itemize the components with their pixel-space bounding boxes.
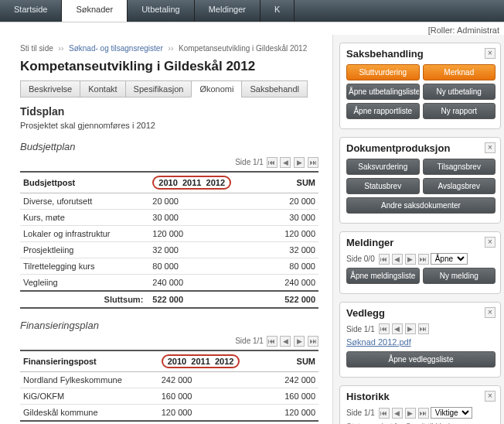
row-sum: 30 000 xyxy=(267,210,318,226)
collapse-icon[interactable]: × xyxy=(485,307,495,318)
pager-prev-icon[interactable]: ◀ xyxy=(280,157,291,168)
total-label: Sluttsum: xyxy=(20,291,149,308)
panel-vedlegg: × Vedlegg Side 1/1 ⏮ ◀ ▶ ⏭ Søknad 2012.p… xyxy=(339,302,501,378)
year-2011: 2011 xyxy=(182,178,201,187)
total-2010: 522 000 xyxy=(149,291,267,308)
pager-last-icon[interactable]: ⏭ xyxy=(308,157,318,168)
breadcrumb-sep-icon: ›› xyxy=(59,44,64,53)
row-sum: 120 000 xyxy=(267,226,318,242)
budsjett-total-row: Sluttsum: 522 000 522 000 xyxy=(20,291,318,308)
pager-last-icon[interactable]: ⏭ xyxy=(418,254,429,265)
tidsplan-heading: Tidsplan xyxy=(20,105,318,118)
main-content: Sti til side ›› Søknad- og tilsagnsregis… xyxy=(0,35,332,424)
row-label: Tilrettelegging kurs xyxy=(20,258,149,275)
btn-tilsagnsbrev[interactable]: Tilsagnsbrev xyxy=(423,159,496,175)
budsjett-pager: Side 1/1 ⏮ ◀ ▶ ⏭ xyxy=(20,157,318,168)
pager-first-icon[interactable]: ⏮ xyxy=(267,336,278,347)
pager-next-icon[interactable]: ▶ xyxy=(405,323,416,334)
year-2010: 2010 xyxy=(168,357,186,366)
pager-label: Side 1/1 xyxy=(346,325,375,333)
vedlegg-file-link[interactable]: Søknad 2012.pdf xyxy=(346,337,411,347)
pager-prev-icon[interactable]: ◀ xyxy=(392,323,403,334)
btn-sluttvurdering[interactable]: Sluttvurdering xyxy=(346,64,420,80)
btn-apne-meldingsliste[interactable]: Åpne meldingsliste xyxy=(346,268,420,284)
col-sum: SUM xyxy=(270,350,318,372)
table-row: Gildeskål kommune120 000120 000 xyxy=(20,405,318,422)
nav-soknader[interactable]: Søknader xyxy=(62,0,128,22)
historikk-filter-select[interactable]: Viktige xyxy=(431,407,472,419)
pager-next-icon[interactable]: ▶ xyxy=(294,157,305,168)
tab-saksbehandling[interactable]: Saksbehandl xyxy=(241,80,308,97)
tab-okonomi[interactable]: Økonomi xyxy=(191,80,242,97)
col-years: 2010 2011 2012 xyxy=(158,350,270,372)
row-y2010: 242 000 xyxy=(158,372,270,388)
nav-meldinger[interactable]: Meldinger xyxy=(195,0,261,22)
btn-merknad[interactable]: Merknad xyxy=(423,64,496,80)
finans-total-row: Sluttsum: 522 000 522 000 xyxy=(20,421,318,424)
panel-title: Saksbehandling xyxy=(346,48,495,60)
row-sum: 80 000 xyxy=(267,258,318,275)
pager-first-icon[interactable]: ⏮ xyxy=(379,254,390,265)
btn-apne-vedleggsliste[interactable]: Åpne vedleggsliste xyxy=(346,351,495,368)
tab-kontakt[interactable]: Kontakt xyxy=(80,80,125,97)
pager-last-icon[interactable]: ⏭ xyxy=(418,408,429,419)
collapse-icon[interactable]: × xyxy=(485,391,495,402)
year-2012: 2012 xyxy=(206,178,225,187)
collapse-icon[interactable]: × xyxy=(485,48,495,59)
tab-spesifikasjon[interactable]: Spesifikasjon xyxy=(125,80,192,97)
row-y2010: 120 000 xyxy=(158,405,270,422)
btn-saksvurdering[interactable]: Saksvurdering xyxy=(346,159,420,175)
pager-first-icon[interactable]: ⏮ xyxy=(267,157,278,168)
pager-label: Side 1/1 xyxy=(235,158,264,166)
meldinger-filter-select[interactable]: Åpne xyxy=(431,253,468,265)
btn-ny-utbetaling[interactable]: Ny utbetaling xyxy=(423,84,496,100)
panel-historikk: × Historikk Side 1/1 ⏮ ◀ ▶ ⏭ Viktige Sta… xyxy=(339,385,501,424)
breadcrumb-prefix: Sti til side xyxy=(20,44,53,53)
pager-label: Side 1/1 xyxy=(235,337,264,345)
roles-label: [Roller: xyxy=(428,26,455,35)
nav-more[interactable]: K xyxy=(261,0,295,22)
row-label: KiG/OKFM xyxy=(20,388,158,405)
row-sum: 120 000 xyxy=(270,405,318,422)
col-years: 2010 2011 2012 xyxy=(149,172,267,193)
pager-next-icon[interactable]: ▶ xyxy=(405,254,416,265)
breadcrumb-link-register[interactable]: Søknad- og tilsagnsregister xyxy=(69,44,163,53)
pager-next-icon[interactable]: ▶ xyxy=(405,408,416,419)
tab-beskrivelse[interactable]: Beskrivelse xyxy=(20,80,80,97)
table-row: Prosjektleiing32 00032 000 xyxy=(20,242,318,258)
btn-apne-rapportliste[interactable]: Åpne rapportliste xyxy=(346,103,420,119)
pager-label: Side 1/1 xyxy=(346,409,375,417)
panel-saksbehandling: × Saksbehandling Sluttvurdering Merknad … xyxy=(339,43,501,129)
pager-prev-icon[interactable]: ◀ xyxy=(392,408,403,419)
pager-prev-icon[interactable]: ◀ xyxy=(280,336,291,347)
btn-statusbrev[interactable]: Statusbrev xyxy=(346,178,420,194)
collapse-icon[interactable]: × xyxy=(485,142,495,153)
pager-prev-icon[interactable]: ◀ xyxy=(392,254,403,265)
panel-title: Dokumentproduksjon xyxy=(346,142,495,154)
pager-first-icon[interactable]: ⏮ xyxy=(379,323,390,334)
btn-avslagsbrev[interactable]: Avslagsbrev xyxy=(423,178,496,194)
row-y2010: 30 000 xyxy=(149,210,267,226)
row-sum: 32 000 xyxy=(267,242,318,258)
breadcrumb-current: Kompetanseutvikling i Gildeskål 2012 xyxy=(179,44,307,53)
pager-first-icon[interactable]: ⏮ xyxy=(379,408,390,419)
nav-startside[interactable]: Startside xyxy=(0,0,62,22)
pager-last-icon[interactable]: ⏭ xyxy=(418,323,429,334)
finans-pager: Side 1/1 ⏮ ◀ ▶ ⏭ xyxy=(20,336,318,347)
collapse-icon[interactable]: × xyxy=(485,237,495,248)
row-sum: 240 000 xyxy=(267,275,318,292)
btn-ny-melding[interactable]: Ny melding xyxy=(423,268,496,284)
nav-utbetaling[interactable]: Utbetaling xyxy=(128,0,195,22)
btn-apne-utbetalingsliste[interactable]: Åpne utbetalingsliste xyxy=(346,84,420,100)
pager-last-icon[interactable]: ⏭ xyxy=(308,336,318,347)
year-2012: 2012 xyxy=(215,357,233,366)
row-y2010: 120 000 xyxy=(149,226,267,242)
table-row: KiG/OKFM160 000160 000 xyxy=(20,388,318,405)
btn-ny-rapport[interactable]: Ny rapport xyxy=(423,103,496,119)
row-sum: 160 000 xyxy=(270,388,318,405)
pager-next-icon[interactable]: ▶ xyxy=(294,336,305,347)
year-2011: 2011 xyxy=(191,357,209,366)
btn-andre-saksdokumenter[interactable]: Andre saksdokumenter xyxy=(346,197,495,214)
table-row: Lokaler og infrastruktur120 000120 000 xyxy=(20,226,318,242)
row-y2010: 32 000 xyxy=(149,242,267,258)
